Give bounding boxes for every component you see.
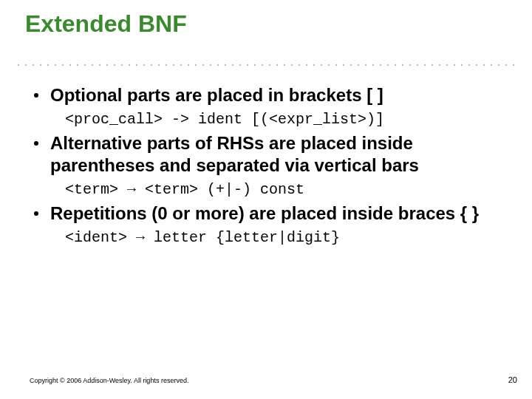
code-line: <ident> → letter {letter|digit}	[65, 229, 502, 246]
content-area: Optional parts are placed in brackets [ …	[30, 80, 502, 248]
code-line: <term> → <term> (+|-) const	[65, 181, 502, 198]
slide-title: Extended BNF	[25, 10, 187, 38]
divider-line	[15, 64, 517, 66]
copyright-text: Copyright © 2006 Addison-Wesley. All rig…	[30, 377, 188, 384]
bullet-dot-icon	[34, 93, 38, 98]
bullet-item: Repetitions (0 or more) are placed insid…	[30, 202, 502, 225]
bullet-item: Optional parts are placed in brackets [ …	[30, 84, 502, 106]
bullet-dot-icon	[34, 141, 38, 146]
bullet-text: Optional parts are placed in brackets [ …	[50, 84, 383, 106]
bullet-item: Alternative parts of RHSs are placed ins…	[30, 132, 502, 177]
code-line: <proc_call> -> ident [(<expr_list>)]	[65, 111, 502, 128]
bullet-text: Alternative parts of RHSs are placed ins…	[50, 132, 502, 177]
slide: Extended BNF Optional parts are placed i…	[0, 0, 532, 399]
page-number: 20	[508, 375, 517, 384]
bullet-dot-icon	[34, 211, 38, 216]
bullet-text: Repetitions (0 or more) are placed insid…	[50, 202, 479, 225]
